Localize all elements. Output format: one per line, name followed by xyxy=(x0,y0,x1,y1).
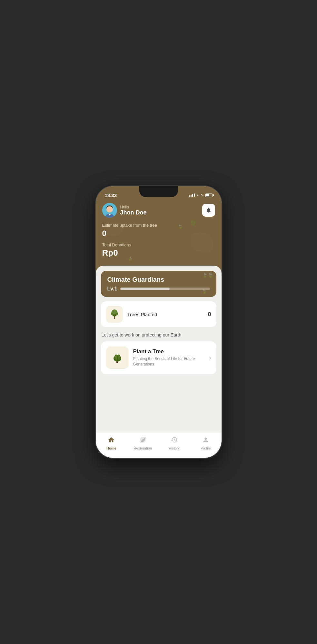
level-text: Lv.1 xyxy=(107,286,117,292)
nav-history[interactable]: History xyxy=(159,435,190,451)
username-text: Jhon Doe xyxy=(120,209,147,216)
bottom-nav: Home Restoration History xyxy=(96,432,222,458)
restoration-icon xyxy=(139,436,146,445)
top-card: 🌿 🍃 🍃 Estimate uptake from the tree 0 To… xyxy=(96,218,222,266)
trees-label: Trees Planted xyxy=(127,312,203,317)
progress-fill xyxy=(120,288,169,290)
plant-title: Plant a Tree xyxy=(133,348,205,355)
plant-text: Plant a Tree Planting the Seeds of Life … xyxy=(133,348,205,367)
wifi-icon: ‣ xyxy=(196,193,199,198)
trees-count: 0 xyxy=(208,311,211,318)
profile-icon xyxy=(202,436,209,445)
notification-button[interactable] xyxy=(202,204,215,217)
tree-icon-box xyxy=(106,306,123,323)
greeting-text: Hello xyxy=(120,205,147,209)
battery-icon xyxy=(205,194,213,197)
nav-profile[interactable]: Profile xyxy=(190,435,222,451)
avatar xyxy=(102,203,117,218)
signal-icon xyxy=(189,194,195,197)
plant-a-tree-card[interactable]: Plant a Tree Planting the Seeds of Life … xyxy=(101,341,216,374)
nav-restoration[interactable]: Restoration xyxy=(127,435,159,451)
svg-point-2 xyxy=(105,221,125,237)
plant-icon-box xyxy=(106,346,129,369)
history-icon xyxy=(171,436,178,445)
leaf-decoration-1 xyxy=(105,221,125,240)
home-label: Home xyxy=(106,446,116,450)
svg-rect-4 xyxy=(114,316,115,319)
user-text: Hello Jhon Doe xyxy=(120,205,147,216)
nav-home[interactable]: Home xyxy=(96,435,127,451)
user-info: Hello Jhon Doe xyxy=(102,203,147,218)
plant-arrow: › xyxy=(209,355,211,361)
home-icon xyxy=(108,436,115,445)
progress-bar xyxy=(120,288,210,290)
phone-screen: 18.33 ‣ ∿ xyxy=(96,186,222,458)
bottom-spacer xyxy=(101,374,216,381)
wifi-symbol: ∿ xyxy=(201,193,204,197)
restoration-label: Restoration xyxy=(134,446,152,450)
scroll-content: 🌿 🍃 🍃 Estimate uptake from the tree 0 To… xyxy=(96,218,222,432)
guardian-leaf-1: 🍃🍃 xyxy=(202,272,213,278)
status-icons: ‣ ∿ xyxy=(189,193,213,198)
status-time: 18.33 xyxy=(105,193,117,198)
leaf-decoration-5 xyxy=(189,230,215,259)
profile-label: Profile xyxy=(201,446,211,450)
trees-planted-card: Trees Planted 0 xyxy=(101,301,216,327)
phone-frame: 18.33 ‣ ∿ xyxy=(96,186,222,458)
guardian-card: 🍃🍃 🍃 Climate Guardians Lv.1 xyxy=(101,271,216,297)
plant-desc: Planting the Seeds of Life for Future Ge… xyxy=(133,356,205,367)
guardian-title: Climate Guardians xyxy=(107,276,210,283)
guardian-leaf-2: 🍃 xyxy=(202,289,207,294)
notch xyxy=(139,186,178,197)
svg-point-3 xyxy=(189,230,215,255)
section-tagline: Let's get to work on protecting our Eart… xyxy=(101,332,216,337)
white-body: 🍃🍃 🍃 Climate Guardians Lv.1 xyxy=(96,266,222,432)
header: Hello Jhon Doe xyxy=(96,200,222,218)
level-row: Lv.1 xyxy=(107,286,210,292)
leaf-decoration-3: 🍃 xyxy=(177,223,183,229)
history-label: History xyxy=(169,446,180,450)
svg-point-9 xyxy=(112,310,117,314)
